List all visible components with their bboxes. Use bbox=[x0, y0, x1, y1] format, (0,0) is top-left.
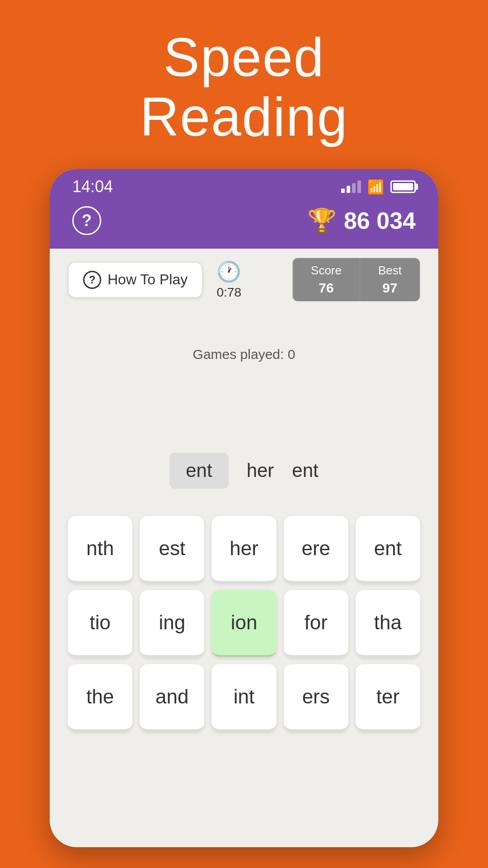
word-plain-3: ent bbox=[292, 460, 318, 481]
status-bar: 14:04 📶 bbox=[50, 169, 438, 202]
title-line1: Speed bbox=[163, 27, 324, 87]
timer-value: 0:78 bbox=[217, 285, 242, 300]
score-value: 76 bbox=[319, 280, 333, 296]
battery-icon bbox=[390, 180, 416, 193]
score-block: Score 76 Best 97 bbox=[292, 258, 420, 302]
word-plain-2: her bbox=[247, 460, 274, 481]
tile-ter[interactable]: ter bbox=[356, 664, 420, 731]
status-icons: 📶 bbox=[341, 179, 416, 195]
tile-est[interactable]: est bbox=[140, 516, 204, 583]
trophy-score-block: 🏆 86 034 bbox=[307, 207, 416, 235]
tile-ion[interactable]: ion bbox=[211, 590, 276, 657]
tile-row-3: the and int ers ter bbox=[68, 664, 420, 731]
score-label: Score bbox=[311, 264, 342, 278]
tile-ent[interactable]: ent bbox=[356, 516, 420, 583]
word-display-row: ent her ent bbox=[169, 453, 318, 489]
status-time: 14:04 bbox=[72, 177, 113, 196]
tile-her[interactable]: her bbox=[211, 516, 276, 583]
title-line2: Reading bbox=[140, 86, 348, 147]
total-score: 86 034 bbox=[344, 207, 416, 234]
game-area: Games played: 0 ent her ent nth est her … bbox=[50, 311, 438, 740]
best-label: Best bbox=[378, 264, 402, 278]
word-chip-1: ent bbox=[169, 453, 228, 489]
tile-tio[interactable]: tio bbox=[68, 590, 132, 657]
app-header: ? 🏆 86 034 bbox=[50, 202, 438, 249]
best-value: 97 bbox=[382, 280, 397, 296]
tile-ere[interactable]: ere bbox=[284, 516, 348, 583]
tile-the[interactable]: the bbox=[68, 664, 132, 731]
games-played: Games played: 0 bbox=[193, 347, 296, 362]
tile-row-1: nth est her ere ent bbox=[68, 516, 420, 583]
clock-icon: 🕐 bbox=[216, 260, 241, 283]
controls-bar: ? How To Play 🕐 0:78 Score 76 Best 97 bbox=[50, 249, 438, 311]
tile-and[interactable]: and bbox=[140, 664, 204, 731]
signal-icon bbox=[341, 180, 361, 193]
tile-nth[interactable]: nth bbox=[68, 516, 132, 583]
tile-ers[interactable]: ers bbox=[284, 664, 348, 731]
tile-for[interactable]: for bbox=[284, 590, 348, 657]
help-icon: ? bbox=[83, 271, 101, 289]
tile-ing[interactable]: ing bbox=[140, 590, 204, 657]
how-to-play-label: How To Play bbox=[108, 271, 188, 288]
tiles-grid: nth est her ere ent tio ing ion for tha … bbox=[68, 516, 420, 731]
trophy-icon: 🏆 bbox=[307, 207, 337, 235]
score-cell: Score 76 bbox=[293, 258, 360, 301]
phone-frame: 14:04 📶 ? 🏆 86 034 bbox=[50, 169, 438, 847]
app-title: Speed Reading bbox=[103, 0, 384, 169]
wifi-icon: 📶 bbox=[367, 179, 384, 195]
best-cell: Best 97 bbox=[360, 258, 420, 301]
help-button[interactable]: ? bbox=[72, 206, 101, 235]
how-to-play-button[interactable]: ? How To Play bbox=[68, 262, 203, 298]
tile-tha[interactable]: tha bbox=[356, 590, 420, 657]
tile-row-2: tio ing ion for tha bbox=[68, 590, 420, 657]
tile-int[interactable]: int bbox=[211, 664, 276, 731]
timer-block: 🕐 0:78 bbox=[216, 260, 241, 300]
